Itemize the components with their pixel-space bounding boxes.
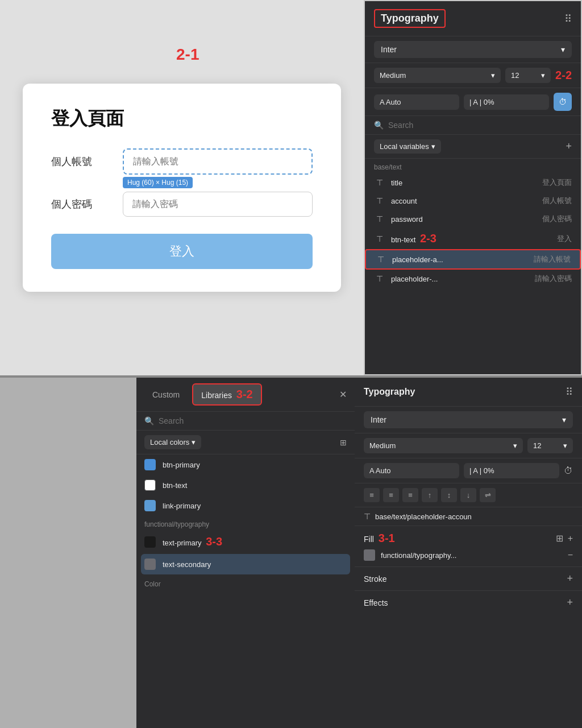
- align-right-btn[interactable]: ≡: [402, 488, 418, 502]
- color-row-text-primary[interactable]: text-primary 3-3: [136, 531, 355, 553]
- search-icon-top: 🔍: [374, 121, 384, 130]
- rp-weight-size-row: Medium 12: [355, 433, 582, 458]
- search-input-top[interactable]: [388, 121, 572, 130]
- local-colors-chevron: [192, 438, 196, 446]
- rp-font-chevron: [562, 415, 566, 424]
- weight-label: Medium: [380, 71, 406, 80]
- grid-icon[interactable]: ⠿: [564, 13, 572, 25]
- color-row-btn-text[interactable]: btn-text: [136, 475, 355, 495]
- var-row-account[interactable]: ⊤ account 個人帳號: [365, 192, 581, 210]
- password-label: 個人密碼: [51, 197, 114, 211]
- local-vars-label: Local variables: [380, 142, 429, 151]
- weight-select[interactable]: Medium: [374, 68, 501, 83]
- rp-percent-label: | A | 0%: [469, 466, 494, 475]
- var-value-placeholder-b: 請輸入密碼: [535, 274, 572, 284]
- color-row-btn-primary[interactable]: btn-primary: [136, 454, 355, 475]
- account-input[interactable]: [123, 148, 313, 175]
- tab-custom[interactable]: Custom: [144, 387, 188, 403]
- size-select[interactable]: 12: [505, 68, 551, 83]
- var-row-btn-text[interactable]: ⊤ btn-text 2-3 登入: [365, 228, 581, 249]
- right-panel-top: Typography ⠿ Inter Medium 12 2-2: [364, 0, 582, 375]
- align-center-btn[interactable]: ≡: [383, 488, 399, 502]
- rp-auto-label: A Auto: [369, 466, 391, 475]
- text-var-icon-5: ⊤: [375, 255, 386, 264]
- local-colors-badge[interactable]: Local colors: [144, 435, 201, 449]
- fill-color-preview[interactable]: [364, 549, 375, 561]
- rp-size-select[interactable]: 12: [527, 438, 573, 453]
- var-row-password[interactable]: ⊤ password 個人密碼: [365, 210, 581, 228]
- login-title: 登入頁面: [51, 106, 313, 131]
- rp-font-select[interactable]: Inter: [364, 411, 573, 428]
- color-row-link-primary[interactable]: link-primary: [136, 495, 355, 516]
- align-middle-btn[interactable]: ↕: [441, 488, 457, 502]
- login-card: 登入頁面 個人帳號 Hug (60) × Hug (15) 個人密碼 登入: [23, 84, 341, 292]
- var-value-placeholder-a: 請輸入帳號: [534, 254, 571, 264]
- label-3-3: 3-3: [206, 535, 222, 548]
- selection-label: Hug (60) × Hug (15): [123, 177, 193, 188]
- link-primary-swatch: [144, 500, 156, 511]
- btn-text-name: btn-text: [163, 481, 187, 490]
- align-row: ≡ ≡ ≡ ↑ ↕ ↓ ⇌: [355, 483, 582, 507]
- rp-grid-icon[interactable]: ⠿: [566, 386, 573, 398]
- fill-plus-icon[interactable]: +: [568, 533, 573, 544]
- color-row-text-secondary[interactable]: text-secondary: [141, 554, 350, 574]
- account-row: 個人帳號 Hug (60) × Hug (15): [51, 148, 313, 175]
- fill-grid-icon[interactable]: ⊞: [556, 533, 563, 544]
- login-button[interactable]: 登入: [51, 234, 313, 269]
- rp-weight-label: Medium: [369, 441, 396, 450]
- var-ref-type-icon: ⊤: [364, 512, 371, 521]
- effects-label: Effects: [364, 598, 388, 607]
- base-text-section: base/text: [365, 159, 581, 173]
- var-name-password: password: [391, 215, 537, 224]
- label-2-2: 2-2: [555, 69, 572, 82]
- local-vars-badge[interactable]: Local variables: [374, 139, 441, 154]
- rp-auto-badge[interactable]: A Auto: [364, 463, 459, 478]
- lib-search-row: 🔍: [136, 412, 355, 431]
- effects-header: Effects +: [364, 597, 573, 609]
- align-top-btn[interactable]: ↑: [422, 488, 438, 502]
- label-2-1: 2-1: [176, 46, 199, 64]
- auto-row: A Auto | A | 0% ⏱: [365, 88, 581, 116]
- grid-small-icon[interactable]: ⊞: [340, 438, 347, 447]
- tab-libraries[interactable]: Libraries 3-2: [192, 383, 262, 406]
- libraries-panel: Custom Libraries 3-2 ✕ 🔍 Local colors ⊞ …: [136, 378, 355, 728]
- var-row-placeholder-b[interactable]: ⊤ placeholder-... 請輸入密碼: [365, 270, 581, 288]
- rp-weight-select[interactable]: Medium: [364, 438, 523, 453]
- weight-size-row: Medium 12 2-2: [365, 63, 581, 88]
- text-primary-name: text-primary 3-3: [163, 535, 222, 548]
- fill-header: Fill 3-1 ⊞ +: [364, 532, 573, 545]
- var-value-title: 登入頁面: [542, 177, 572, 188]
- text-primary-swatch: [144, 536, 156, 548]
- lib-tabs: Custom Libraries 3-2 ✕: [136, 378, 355, 412]
- add-variable-button[interactable]: +: [566, 140, 572, 152]
- align-bottom-btn[interactable]: ↓: [460, 488, 476, 502]
- fill-minus-btn[interactable]: −: [568, 550, 573, 560]
- close-button[interactable]: ✕: [339, 389, 347, 400]
- btn-text-swatch: [144, 479, 156, 491]
- clock-icon-btn[interactable]: ⏱: [554, 93, 572, 111]
- local-vars-row: Local variables +: [365, 135, 581, 159]
- var-row-title[interactable]: ⊤ title 登入頁面: [365, 173, 581, 192]
- rp-typography-title: Typography: [364, 387, 415, 397]
- percent-badge[interactable]: | A | 0%: [464, 94, 549, 110]
- lib-search-input[interactable]: [159, 416, 347, 425]
- align-dist-btn[interactable]: ⇌: [480, 488, 496, 502]
- auto-badge[interactable]: A Auto: [374, 94, 459, 110]
- label-3-2: 3-2: [236, 388, 253, 400]
- lib-search-icon: 🔍: [144, 416, 154, 425]
- rp-percent-badge[interactable]: | A | 0%: [464, 463, 559, 478]
- rp-size-chevron: [563, 441, 567, 450]
- text-var-icon: ⊤: [374, 178, 385, 187]
- local-colors-label: Local colors: [150, 438, 189, 446]
- password-input-wrapper: [123, 192, 313, 217]
- account-label: 個人帳號: [51, 155, 114, 168]
- rp-clock-icon[interactable]: ⏱: [564, 466, 573, 476]
- add-effect-button[interactable]: +: [567, 597, 573, 609]
- password-input[interactable]: [123, 192, 313, 217]
- stroke-header: Stroke +: [364, 573, 573, 585]
- var-row-placeholder-a[interactable]: ⊤ placeholder-a... 請輸入帳號: [365, 249, 581, 270]
- font-select[interactable]: Inter: [374, 41, 572, 58]
- align-left-btn[interactable]: ≡: [364, 488, 380, 502]
- text-secondary-swatch: [144, 559, 156, 570]
- add-stroke-button[interactable]: +: [567, 573, 573, 585]
